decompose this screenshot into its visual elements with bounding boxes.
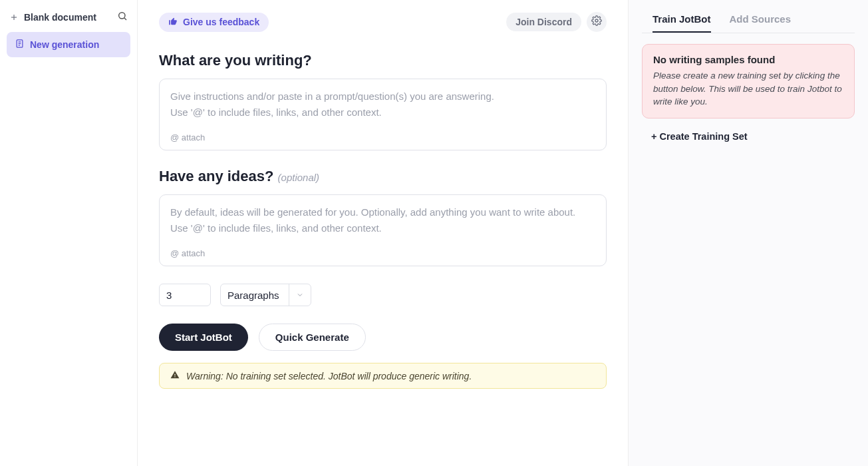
warning-icon xyxy=(170,370,180,381)
thumbs-up-icon xyxy=(168,17,178,28)
ideas-placeholder: By default, ideas will be generated for … xyxy=(170,204,595,239)
feedback-label: Give us feedback xyxy=(183,17,259,27)
discord-label: Join Discord xyxy=(515,17,572,27)
header-right: Join Discord xyxy=(506,12,607,32)
ideas-prompt-box[interactable]: By default, ideas will be generated for … xyxy=(159,194,607,266)
sidebar-item-label: New generation xyxy=(30,39,99,50)
join-discord-button[interactable]: Join Discord xyxy=(506,13,581,31)
alert-text: Please create a new training set by clic… xyxy=(653,69,843,109)
svg-point-2 xyxy=(119,13,125,19)
paragraph-count-input[interactable] xyxy=(159,284,211,306)
output-controls: Paragraphs xyxy=(159,284,607,306)
tab-train-jotbot[interactable]: Train JotBot xyxy=(652,9,711,33)
feedback-button[interactable]: Give us feedback xyxy=(159,13,269,32)
no-samples-alert: No writing samples found Please create a… xyxy=(642,44,855,118)
main-header: Give us feedback Join Discord xyxy=(159,12,607,32)
start-jotbot-button[interactable]: Start JotBot xyxy=(159,324,248,351)
action-buttons: Start JotBot Quick Generate xyxy=(159,324,607,351)
ideas-section-title: Have any ideas? (optional) xyxy=(159,168,607,185)
sidebar-top: Blank document xyxy=(7,11,130,32)
tab-add-sources[interactable]: Add Sources xyxy=(730,9,792,33)
main-content: Give us feedback Join Discord What are y… xyxy=(138,0,629,466)
search-icon[interactable] xyxy=(117,11,128,24)
writing-attach-button[interactable]: @ attach xyxy=(170,132,205,142)
right-tabs: Train JotBot Add Sources xyxy=(642,9,855,33)
ideas-attach-button[interactable]: @ attach xyxy=(170,248,205,258)
document-icon xyxy=(15,39,25,51)
writing-section-title: What are you writing? xyxy=(159,52,607,69)
sidebar-item-new-generation[interactable]: New generation xyxy=(7,32,130,57)
ideas-optional-label: (optional) xyxy=(278,172,320,183)
unit-select-label: Paragraphs xyxy=(227,290,279,301)
plus-icon xyxy=(9,13,19,22)
blank-document-label: Blank document xyxy=(24,12,96,23)
settings-button[interactable] xyxy=(587,12,607,32)
svg-point-8 xyxy=(595,19,598,22)
create-training-set-button[interactable]: + Create Training Set xyxy=(642,131,748,142)
right-panel: Train JotBot Add Sources No writing samp… xyxy=(629,0,868,466)
alert-title: No writing samples found xyxy=(653,54,843,65)
left-sidebar: Blank document New generation xyxy=(0,0,138,466)
svg-line-3 xyxy=(124,18,126,20)
blank-document-button[interactable]: Blank document xyxy=(9,12,96,23)
chevron-down-icon xyxy=(289,284,304,306)
ideas-title-text: Have any ideas? xyxy=(159,168,278,184)
writing-prompt-box[interactable]: Give instructions and/or paste in a prom… xyxy=(159,79,607,150)
warning-text: Warning: No training set selected. JotBo… xyxy=(186,371,472,381)
quick-generate-button[interactable]: Quick Generate xyxy=(259,324,366,351)
unit-select[interactable]: Paragraphs xyxy=(220,284,311,306)
gear-icon xyxy=(591,15,602,29)
warning-banner: Warning: No training set selected. JotBo… xyxy=(159,363,607,389)
writing-placeholder: Give instructions and/or paste in a prom… xyxy=(170,89,595,123)
